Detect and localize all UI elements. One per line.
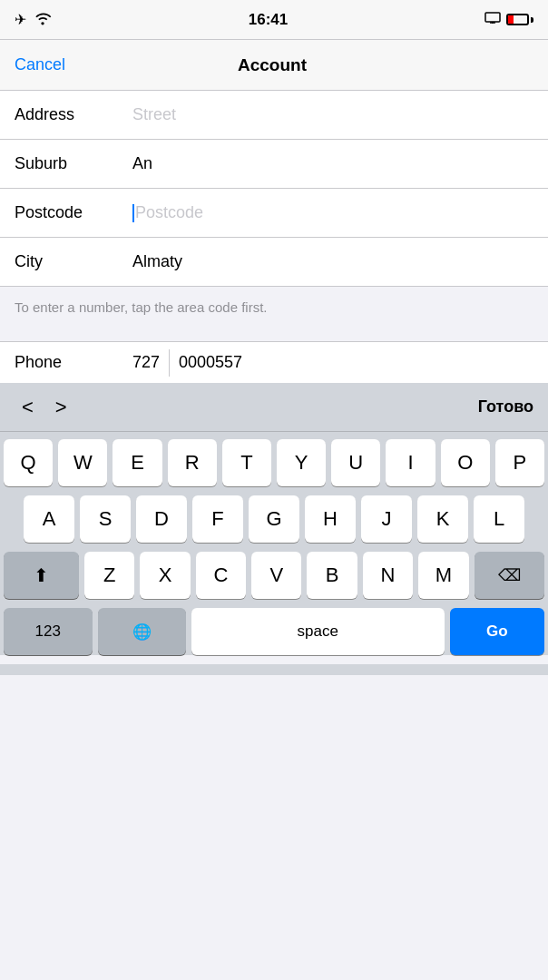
next-field-button[interactable]: > [48,392,74,423]
key-r[interactable]: R [168,439,217,486]
key-j[interactable]: J [361,495,412,543]
prev-field-button[interactable]: < [15,392,41,423]
key-n[interactable]: N [363,552,413,599]
key-w[interactable]: W [58,439,107,486]
key-y[interactable]: Y [277,439,326,486]
status-bar: ✈ 16:41 [0,0,548,40]
postcode-value[interactable]: Postcode [132,203,533,222]
status-left: ✈ [15,11,52,29]
keyboard-toolbar: < > Готово [0,383,548,432]
postcode-row[interactable]: Postcode Postcode [0,189,548,238]
phone-label: Phone [15,353,132,372]
info-text: To enter a number, tap the area code fir… [15,299,268,315]
address-row[interactable]: Address Street [0,91,548,140]
key-a[interactable]: A [24,495,74,543]
city-label: City [15,252,132,271]
shift-key[interactable]: ⬆ [4,552,79,599]
key-t[interactable]: T [222,439,271,486]
suburb-value[interactable]: An [132,154,533,173]
text-cursor [132,204,134,222]
keyboard-row-3: ⬆ Z X C V B N M ⌫ [4,552,544,599]
key-i[interactable]: I [386,439,435,486]
key-s[interactable]: S [80,495,131,543]
phone-divider [169,349,170,377]
keyboard-row-2: A S D F G H J K L [4,495,544,543]
status-right [484,12,533,28]
key-z[interactable]: Z [84,552,134,599]
key-x[interactable]: X [140,552,190,599]
address-value[interactable]: Street [132,105,533,124]
bottom-bar [0,664,548,675]
phone-area-code[interactable]: 727 [132,353,160,372]
go-key[interactable]: Go [450,608,544,655]
space-key[interactable]: space [191,608,445,655]
svg-rect-0 [485,13,500,22]
key-v[interactable]: V [251,552,301,599]
wifi-icon [34,11,52,29]
status-time: 16:41 [249,11,288,29]
keyboard-row-1: Q W E R T Y U I O P [4,439,544,486]
battery-icon [506,14,533,25]
key-e[interactable]: E [113,439,161,486]
nav-bar: Cancel Account [0,40,548,91]
key-c[interactable]: C [196,552,246,599]
key-u[interactable]: U [331,439,380,486]
delete-key[interactable]: ⌫ [475,552,545,599]
form-area: Address Street Suburb An Postcode Postco… [0,91,548,287]
key-b[interactable]: B [307,552,357,599]
city-row[interactable]: City Almaty [0,238,548,287]
phone-number[interactable]: 0000557 [179,353,242,372]
key-p[interactable]: P [495,439,544,486]
key-o[interactable]: O [441,439,490,486]
suburb-label: Suburb [15,154,132,173]
key-l[interactable]: L [474,495,524,543]
key-k[interactable]: K [417,495,468,543]
airplane-icon: ✈ [15,11,26,28]
keyboard: Q W E R T Y U I O P A S D F G H J K L ⬆ … [0,432,548,655]
cancel-button[interactable]: Cancel [15,55,65,74]
key-d[interactable]: D [136,495,187,543]
info-section: To enter a number, tap the area code fir… [0,287,548,341]
city-value[interactable]: Almaty [132,252,533,271]
key-q[interactable]: Q [4,439,53,486]
address-label: Address [15,105,132,124]
screen-icon [484,12,501,28]
key-h[interactable]: H [305,495,356,543]
key-f[interactable]: F [192,495,243,543]
globe-key[interactable]: 🌐 [98,608,187,655]
toolbar-nav: < > [15,392,74,423]
keyboard-row-4: 123 🌐 space Go [4,608,544,655]
phone-row[interactable]: Phone 727 0000557 [0,341,548,383]
done-button[interactable]: Готово [478,397,533,416]
key-g[interactable]: G [249,495,299,543]
suburb-row[interactable]: Suburb An [0,140,548,189]
page-title: Account [238,55,307,75]
key-m[interactable]: M [418,552,468,599]
postcode-label: Postcode [15,203,132,222]
number-key[interactable]: 123 [4,608,93,655]
